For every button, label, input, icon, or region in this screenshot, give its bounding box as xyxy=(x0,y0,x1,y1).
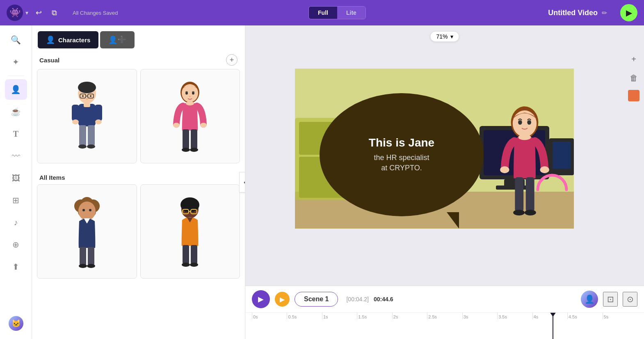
ruler-0.5s: 0.5s xyxy=(287,313,322,319)
search-icon: 🔍 xyxy=(11,35,21,45)
sidebar-item-wave[interactable]: 〰 xyxy=(5,146,27,166)
tab-characters-icon: 👤 xyxy=(46,35,55,44)
svg-rect-15 xyxy=(95,105,102,121)
color-swatch[interactable] xyxy=(628,90,639,101)
main-layout: 🔍 ✦ 👤 ☕ T 〰 🖼 ⊞ ♪ ⊕ ⬆ xyxy=(0,25,644,339)
sidebar-item-image[interactable]: 🖼 xyxy=(5,168,27,188)
sidebar-item-character[interactable]: 👤 xyxy=(5,79,27,100)
svg-rect-50 xyxy=(183,245,189,264)
svg-point-21 xyxy=(192,92,194,95)
char-svg-1 xyxy=(64,75,110,157)
svg-rect-51 xyxy=(191,245,197,264)
topbar: 👾 ▾ ↩ ⧉ All Changes Saved Full Lite Unti… xyxy=(0,0,644,25)
timeline-controls: ▶ ▶ Scene 1 [00:04.2] 00:44.6 👤 ⊡ ⊙ xyxy=(245,286,644,313)
collapse-panel-button[interactable]: ‹ xyxy=(239,172,245,192)
undo-button[interactable]: ↩ xyxy=(33,6,44,20)
lite-mode-button[interactable]: Lite xyxy=(337,7,365,19)
svg-point-30 xyxy=(200,123,207,128)
tab-characters[interactable]: 👤 Characters xyxy=(38,31,98,48)
ruler-2.5s: 2.5s xyxy=(427,313,462,319)
image-icon: 🖼 xyxy=(12,174,20,183)
preview-play-button[interactable]: ▶ xyxy=(620,4,637,21)
full-mode-button[interactable]: Full xyxy=(309,7,337,19)
svg-point-22 xyxy=(189,96,191,97)
user-avatar-container[interactable]: 🐱 xyxy=(9,316,23,331)
sidebar-item-magic[interactable]: ✦ xyxy=(5,52,27,72)
copy-button[interactable]: ⧉ xyxy=(49,6,59,20)
svg-rect-8 xyxy=(78,104,96,126)
svg-point-42 xyxy=(87,264,95,268)
char-svg-2 xyxy=(167,75,212,157)
sidebar-item-text[interactable]: T xyxy=(5,124,27,144)
separator xyxy=(8,76,24,76)
ruler-4.5s: 4.5s xyxy=(567,313,602,319)
playhead[interactable] xyxy=(553,313,553,339)
coffee-icon: ☕ xyxy=(11,107,21,117)
char-card-boy-curly[interactable] xyxy=(37,184,137,279)
app-logo[interactable]: 👾 xyxy=(7,5,23,21)
char-card-male-glasses[interactable] xyxy=(37,69,137,163)
scene-play-button[interactable]: ▶ xyxy=(275,292,290,307)
svg-point-5 xyxy=(82,95,84,97)
svg-point-38 xyxy=(89,209,91,211)
ruler-3.5s: 3.5s xyxy=(497,313,532,319)
svg-point-41 xyxy=(79,264,87,268)
svg-point-70 xyxy=(518,134,531,140)
scene-label[interactable]: Scene 1 xyxy=(295,292,338,307)
zoom-control[interactable]: 71% ▾ xyxy=(430,31,459,42)
casual-add-button[interactable]: + xyxy=(226,54,238,66)
logo-chevron[interactable]: ▾ xyxy=(25,9,28,16)
scene-character-jane xyxy=(492,97,557,229)
allitems-grid xyxy=(32,184,245,284)
svg-rect-10 xyxy=(79,125,86,146)
svg-rect-72 xyxy=(526,177,534,211)
svg-point-37 xyxy=(82,209,85,211)
video-frame: This is Jane the HR specialist at CRYPTO… xyxy=(295,69,574,229)
timeline-camera-button[interactable]: ⊙ xyxy=(623,292,637,307)
svg-point-13 xyxy=(87,144,95,149)
svg-point-52 xyxy=(182,263,190,267)
delete-button[interactable]: 🗑 xyxy=(627,71,641,85)
svg-rect-71 xyxy=(515,177,523,211)
svg-point-16 xyxy=(72,119,79,124)
tab-add-icon: 👤➕ xyxy=(108,35,126,44)
left-sidebar: 🔍 ✦ 👤 ☕ T 〰 🖼 ⊞ ♪ ⊕ ⬆ xyxy=(0,25,32,339)
zoom-level: 71% xyxy=(436,33,448,40)
pink-arc-svg xyxy=(534,171,571,208)
characters-tabs: 👤 Characters 👤➕ xyxy=(32,25,245,48)
pink-arc xyxy=(534,171,571,208)
svg-point-29 xyxy=(173,123,180,128)
edit-title-icon[interactable]: ✏ xyxy=(602,9,607,17)
sidebar-item-music[interactable]: ♪ xyxy=(5,212,27,233)
sidebar-item-search[interactable]: 🔍 xyxy=(5,30,27,50)
sidebar-item-add[interactable]: ⊕ xyxy=(5,234,27,255)
logo-area: 👾 ▾ xyxy=(7,5,28,21)
casual-label: Casual xyxy=(39,57,59,64)
grid-icon: ⊞ xyxy=(12,195,19,205)
ruler-3s: 3s xyxy=(462,313,497,319)
char-card-man-orange[interactable] xyxy=(140,184,240,279)
canvas-area: 71% ▾ xyxy=(245,25,644,339)
bubble-subtitle: the HR specialist at CRYPTO. xyxy=(374,153,429,173)
char-card-female-pink[interactable] xyxy=(140,69,240,163)
right-tools: + 🗑 xyxy=(623,48,644,105)
sidebar-item-grid[interactable]: ⊞ xyxy=(5,190,27,211)
ruler-2s: 2s xyxy=(392,313,427,319)
svg-rect-39 xyxy=(80,247,86,265)
timeline-play-button[interactable]: ▶ xyxy=(252,290,270,308)
ruler-1.5s: 1.5s xyxy=(357,313,392,319)
title-area: Untitled Video ✏ xyxy=(548,9,607,17)
sidebar-item-upload[interactable]: ⬆ xyxy=(5,257,27,277)
svg-point-74 xyxy=(525,210,536,215)
tab-characters-label: Characters xyxy=(58,37,90,44)
time-bracket: [00:04.2] xyxy=(346,296,369,302)
timeline-keyframe-button[interactable]: ⊡ xyxy=(603,292,618,307)
timeline-character-icon[interactable]: 👤 xyxy=(581,291,598,308)
svg-point-12 xyxy=(78,144,87,149)
add-scene-button[interactable]: + xyxy=(627,52,641,66)
zoom-dropdown-icon: ▾ xyxy=(450,33,453,40)
sidebar-item-coffee[interactable]: ☕ xyxy=(5,101,27,122)
tab-add-character[interactable]: 👤➕ xyxy=(100,31,135,48)
svg-point-6 xyxy=(90,95,91,97)
timeline-ruler: 0s 0.5s 1s 1.5s 2s 2.5s 3s 3.5s 4s 4.5s … xyxy=(245,313,644,339)
